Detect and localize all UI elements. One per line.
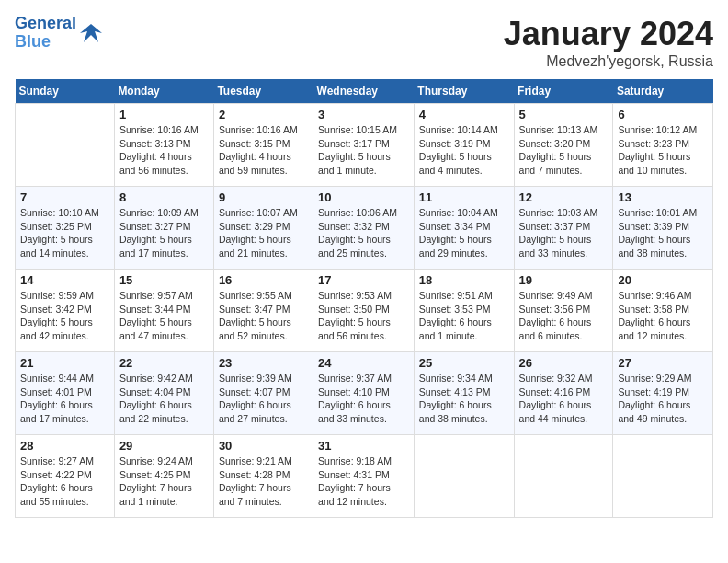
weekday-header-row: SundayMondayTuesdayWednesdayThursdayFrid… [16,79,713,104]
day-number: 15 [119,273,209,287]
week-row-2: 7Sunrise: 10:10 AMSunset: 3:25 PMDayligh… [16,187,713,270]
day-info: Sunrise: 10:12 AMSunset: 3:23 PMDaylight… [618,123,708,178]
day-cell: 8Sunrise: 10:09 AMSunset: 3:27 PMDayligh… [114,187,213,270]
month-title: January 2024 [504,15,713,53]
day-info: Sunrise: 9:55 AMSunset: 3:47 PMDaylight:… [219,289,308,343]
day-cell: 15Sunrise: 9:57 AMSunset: 3:44 PMDayligh… [114,270,213,352]
day-info: Sunrise: 9:49 AMSunset: 3:56 PMDaylight:… [519,289,609,343]
day-number: 13 [618,190,708,204]
day-cell: 4Sunrise: 10:14 AMSunset: 3:19 PMDayligh… [414,104,514,187]
week-row-5: 28Sunrise: 9:27 AMSunset: 4:22 PMDayligh… [16,435,713,518]
svg-marker-0 [80,24,102,42]
day-info: Sunrise: 10:16 AMSunset: 3:13 PMDaylight… [119,123,209,178]
day-info: Sunrise: 10:15 AMSunset: 3:17 PMDaylight… [318,123,409,178]
day-cell: 17Sunrise: 9:53 AMSunset: 3:50 PMDayligh… [313,270,415,352]
day-cell: 6Sunrise: 10:12 AMSunset: 3:23 PMDayligh… [613,104,713,187]
day-info: Sunrise: 10:10 AMSunset: 3:25 PMDaylight… [20,206,109,260]
day-info: Sunrise: 9:37 AMSunset: 4:10 PMDaylight:… [318,372,409,426]
weekday-header-thursday: Thursday [414,79,514,104]
page-header: GeneralBlue January 2024 Medvezh'yegorsk… [15,15,713,70]
day-info: Sunrise: 9:34 AMSunset: 4:13 PMDaylight:… [419,372,509,426]
day-info: Sunrise: 10:14 AMSunset: 3:19 PMDaylight… [419,123,509,178]
day-info: Sunrise: 9:44 AMSunset: 4:01 PMDaylight:… [20,372,109,426]
calendar-table: SundayMondayTuesdayWednesdayThursdayFrid… [15,79,713,518]
day-info: Sunrise: 9:57 AMSunset: 3:44 PMDaylight:… [119,289,209,343]
day-info: Sunrise: 9:53 AMSunset: 3:50 PMDaylight:… [318,289,409,343]
day-cell: 31Sunrise: 9:18 AMSunset: 4:31 PMDayligh… [313,435,415,518]
logo: GeneralBlue [15,15,104,52]
day-cell: 28Sunrise: 9:27 AMSunset: 4:22 PMDayligh… [16,435,115,518]
day-cell: 19Sunrise: 9:49 AMSunset: 3:56 PMDayligh… [514,270,613,352]
day-cell: 26Sunrise: 9:32 AMSunset: 4:16 PMDayligh… [514,352,613,435]
day-info: Sunrise: 10:13 AMSunset: 3:20 PMDaylight… [519,123,609,178]
day-info: Sunrise: 10:01 AMSunset: 3:39 PMDaylight… [618,206,708,260]
weekday-header-wednesday: Wednesday [313,79,415,104]
day-number: 18 [419,273,509,287]
day-info: Sunrise: 9:27 AMSunset: 4:22 PMDaylight:… [20,454,109,509]
weekday-header-tuesday: Tuesday [213,79,313,104]
day-cell: 21Sunrise: 9:44 AMSunset: 4:01 PMDayligh… [16,352,115,435]
week-row-3: 14Sunrise: 9:59 AMSunset: 3:42 PMDayligh… [16,270,713,352]
day-number: 9 [219,190,308,204]
day-number: 30 [219,439,308,453]
day-number: 6 [618,108,708,121]
day-number: 26 [519,356,609,370]
day-info: Sunrise: 9:59 AMSunset: 3:42 PMDaylight:… [20,289,109,343]
day-number: 19 [519,273,609,287]
day-number: 23 [219,356,308,370]
day-info: Sunrise: 9:21 AMSunset: 4:28 PMDaylight:… [219,454,308,509]
day-cell: 22Sunrise: 9:42 AMSunset: 4:04 PMDayligh… [114,352,213,435]
day-number: 8 [119,190,209,204]
day-info: Sunrise: 9:18 AMSunset: 4:31 PMDaylight:… [318,454,409,509]
day-cell: 5Sunrise: 10:13 AMSunset: 3:20 PMDayligh… [514,104,613,187]
day-cell: 18Sunrise: 9:51 AMSunset: 3:53 PMDayligh… [414,270,514,352]
logo-bird-icon [78,20,104,46]
day-cell: 29Sunrise: 9:24 AMSunset: 4:25 PMDayligh… [114,435,213,518]
day-number: 7 [20,190,109,204]
week-row-4: 21Sunrise: 9:44 AMSunset: 4:01 PMDayligh… [16,352,713,435]
day-cell: 30Sunrise: 9:21 AMSunset: 4:28 PMDayligh… [213,435,313,518]
day-cell: 9Sunrise: 10:07 AMSunset: 3:29 PMDayligh… [213,187,313,270]
weekday-header-saturday: Saturday [613,79,713,104]
day-info: Sunrise: 10:06 AMSunset: 3:32 PMDaylight… [318,206,409,260]
day-number: 5 [519,108,609,121]
day-cell: 10Sunrise: 10:06 AMSunset: 3:32 PMDaylig… [313,187,415,270]
day-cell: 20Sunrise: 9:46 AMSunset: 3:58 PMDayligh… [613,270,713,352]
weekday-header-sunday: Sunday [16,79,115,104]
logo-text: GeneralBlue [15,15,76,52]
day-number: 16 [219,273,308,287]
day-cell: 12Sunrise: 10:03 AMSunset: 3:37 PMDaylig… [514,187,613,270]
day-number: 1 [119,108,209,121]
day-number: 12 [519,190,609,204]
day-info: Sunrise: 9:46 AMSunset: 3:58 PMDaylight:… [618,289,708,343]
day-info: Sunrise: 9:42 AMSunset: 4:04 PMDaylight:… [119,372,209,426]
day-cell: 13Sunrise: 10:01 AMSunset: 3:39 PMDaylig… [613,187,713,270]
day-cell [414,435,514,518]
day-info: Sunrise: 9:24 AMSunset: 4:25 PMDaylight:… [119,454,209,509]
day-number: 25 [419,356,509,370]
day-info: Sunrise: 9:51 AMSunset: 3:53 PMDaylight:… [419,289,509,343]
day-cell: 16Sunrise: 9:55 AMSunset: 3:47 PMDayligh… [213,270,313,352]
day-cell: 7Sunrise: 10:10 AMSunset: 3:25 PMDayligh… [16,187,115,270]
day-number: 29 [119,439,209,453]
day-cell: 14Sunrise: 9:59 AMSunset: 3:42 PMDayligh… [16,270,115,352]
day-cell [613,435,713,518]
day-info: Sunrise: 10:16 AMSunset: 3:15 PMDaylight… [219,123,308,178]
day-info: Sunrise: 9:29 AMSunset: 4:19 PMDaylight:… [618,372,708,426]
day-info: Sunrise: 10:07 AMSunset: 3:29 PMDaylight… [219,206,308,260]
week-row-1: 1Sunrise: 10:16 AMSunset: 3:13 PMDayligh… [16,104,713,187]
day-number: 20 [618,273,708,287]
day-cell: 11Sunrise: 10:04 AMSunset: 3:34 PMDaylig… [414,187,514,270]
day-number: 24 [318,356,409,370]
location-title: Medvezh'yegorsk, Russia [504,53,713,70]
weekday-header-friday: Friday [514,79,613,104]
day-cell: 27Sunrise: 9:29 AMSunset: 4:19 PMDayligh… [613,352,713,435]
day-number: 27 [618,356,708,370]
day-cell: 2Sunrise: 10:16 AMSunset: 3:15 PMDayligh… [213,104,313,187]
day-cell: 23Sunrise: 9:39 AMSunset: 4:07 PMDayligh… [213,352,313,435]
day-number: 4 [419,108,509,121]
day-cell: 25Sunrise: 9:34 AMSunset: 4:13 PMDayligh… [414,352,514,435]
day-number: 28 [20,439,109,453]
day-cell [514,435,613,518]
day-number: 3 [318,108,409,121]
